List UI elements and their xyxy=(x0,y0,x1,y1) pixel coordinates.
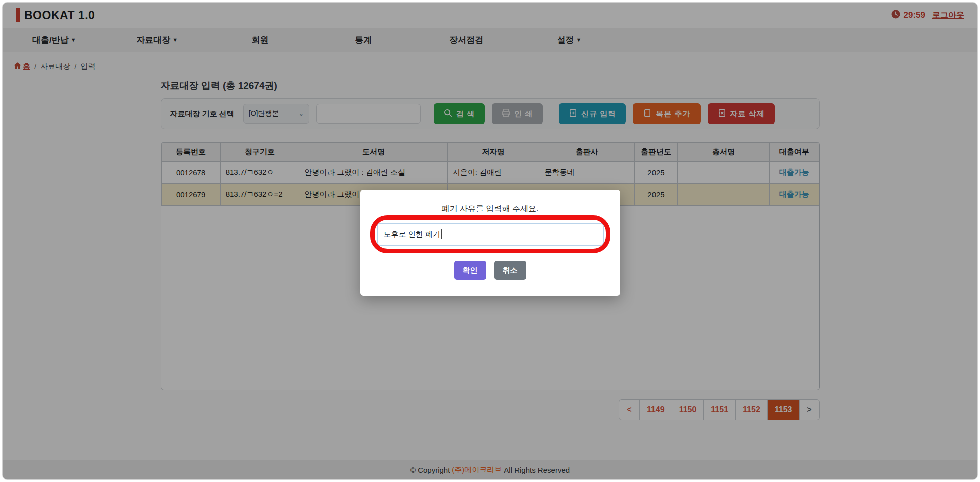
disposal-reason-modal: 폐기 사유를 입력해 주세요. 노후로 인한 폐기 확인 취소 xyxy=(360,190,620,296)
disposal-reason-input[interactable]: 노후로 인한 폐기 xyxy=(377,223,604,246)
modal-actions: 확인 취소 xyxy=(360,261,620,280)
bookat-app: BOOKAT 1.0 29:59 로그아웃 대출/반납 자료대장 회원 통계 장… xyxy=(2,2,978,480)
cancel-button[interactable]: 취소 xyxy=(494,261,526,280)
confirm-button[interactable]: 확인 xyxy=(454,261,486,280)
browser-frame: BOOKAT 1.0 29:59 로그아웃 대출/반납 자료대장 회원 통계 장… xyxy=(0,0,980,482)
text-caret xyxy=(441,229,442,239)
modal-title: 폐기 사유를 입력해 주세요. xyxy=(360,204,620,214)
disposal-reason-value: 노후로 인한 폐기 xyxy=(384,230,440,239)
